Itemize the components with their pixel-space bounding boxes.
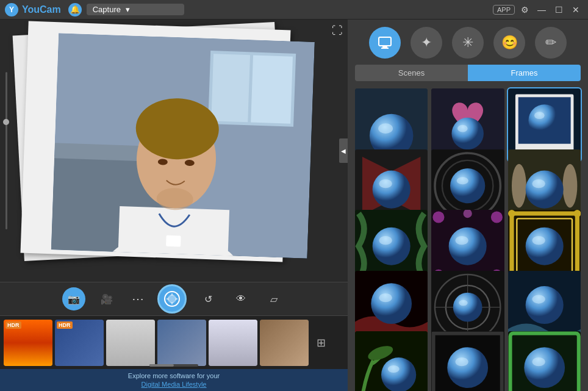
close-button[interactable]: ✕ (568, 2, 583, 17)
thumbnail-4[interactable] (157, 320, 206, 366)
svg-point-28 (528, 104, 561, 137)
svg-point-47 (433, 212, 445, 223)
app-name: YouCam (22, 4, 61, 15)
thumbnail-2[interactable]: HDR (55, 320, 104, 366)
thumbnail-6[interactable] (260, 320, 309, 366)
fullscreen-button[interactable]: ⛶ (332, 24, 343, 37)
svg-point-39 (512, 163, 526, 207)
thumbnail-3[interactable] (106, 320, 155, 366)
photo-mode-button[interactable]: 📷 (62, 287, 85, 310)
bottom-toolbar: 📷 🎥 ⋯ ↺ 👁 ▱ (0, 282, 348, 315)
svg-point-65 (371, 283, 412, 324)
svg-point-32 (379, 179, 392, 188)
svg-point-23 (452, 118, 484, 150)
svg-point-15 (168, 295, 176, 303)
panel-collapse-arrow[interactable]: ◀ (339, 138, 348, 163)
svg-point-48 (491, 212, 503, 223)
magic-button[interactable]: ✳ (452, 27, 484, 59)
svg-point-89 (532, 357, 545, 366)
frame-preview-14 (431, 331, 504, 391)
eye-button[interactable]: 👁 (229, 287, 253, 310)
frame-preview-15 (508, 331, 581, 391)
scenes-tab[interactable]: Scenes (355, 65, 468, 81)
svg-point-45 (379, 236, 392, 245)
svg-point-53 (449, 228, 487, 265)
logo-icon: Y (5, 3, 18, 16)
minimize-button[interactable]: — (534, 2, 549, 17)
svg-point-36 (450, 168, 485, 203)
dropdown-arrow: ▾ (126, 5, 130, 14)
frames-tab[interactable]: Frames (468, 65, 581, 81)
right-panel: ✦ ✳ 😊 ✏ Scenes Frames (348, 20, 588, 391)
thumbnail-1[interactable]: HDR (4, 320, 52, 366)
svg-rect-7 (117, 206, 229, 259)
right-top-icons: ✦ ✳ 😊 ✏ (348, 20, 588, 65)
svg-rect-13 (166, 235, 181, 247)
frame-item-14[interactable] (431, 331, 504, 391)
promo-line2: Digital Media Lifestyle (142, 380, 207, 389)
svg-point-85 (456, 357, 468, 366)
svg-point-88 (524, 348, 565, 389)
app-button[interactable]: APP (493, 5, 515, 15)
svg-point-31 (373, 170, 411, 208)
dropdown-label: Capture (93, 5, 121, 14)
svg-point-44 (373, 228, 411, 265)
scenes-frames-tabs: Scenes Frames (355, 65, 581, 81)
promo-bar[interactable]: Explore more software for your Digital M… (0, 369, 348, 391)
camera-view: ⛶ ◀ (0, 20, 348, 282)
video-mode-button[interactable]: 🎥 (95, 287, 118, 310)
svg-point-76 (525, 286, 563, 324)
svg-point-29 (534, 112, 545, 119)
face-button[interactable]: 😊 (493, 27, 525, 59)
camera-scene-svg (51, 33, 315, 258)
effects-button[interactable]: ✦ (411, 27, 442, 59)
settings-button[interactable]: ⚙ (517, 2, 532, 17)
bell-icon[interactable]: 🔔 (68, 3, 82, 16)
shutter-button[interactable] (157, 284, 187, 314)
left-panel: ⛶ ◀ 📷 🎥 ⋯ ↺ 👁 ▱ (0, 20, 348, 391)
svg-point-40 (562, 163, 577, 207)
monitor-icon (378, 35, 392, 50)
svg-point-84 (448, 348, 489, 389)
monitor-button[interactable] (369, 27, 401, 59)
brightness-slider[interactable] (4, 72, 9, 229)
frame-item-15[interactable] (508, 331, 581, 391)
promo-line1: Explore more software for your (128, 371, 220, 380)
svg-point-73 (453, 293, 482, 322)
svg-rect-18 (381, 48, 389, 49)
svg-point-59 (573, 210, 581, 217)
svg-point-66 (379, 293, 392, 302)
svg-point-37 (457, 177, 468, 184)
undo-button[interactable]: ↺ (196, 287, 220, 310)
hdr-badge: HDR (5, 321, 21, 329)
svg-point-63 (532, 236, 545, 245)
frame-preview-13 (355, 331, 428, 391)
thumbnails-strip: HDR HDR ⊞ (0, 315, 348, 369)
svg-rect-3 (251, 55, 293, 123)
svg-point-24 (457, 125, 468, 132)
window-controls: APP ⚙ — ☐ ✕ (493, 2, 583, 17)
svg-point-62 (525, 228, 563, 265)
svg-point-58 (508, 210, 515, 217)
frame-item-13[interactable] (355, 331, 428, 391)
thumbnail-5[interactable] (209, 320, 257, 366)
title-bar: Y YouCam 🔔 Capture ▾ APP ⚙ — ☐ ✕ (0, 0, 588, 20)
svg-point-77 (532, 295, 545, 303)
hdr-badge: HDR (57, 321, 73, 329)
maximize-button[interactable]: ☐ (551, 2, 566, 17)
svg-point-41 (525, 170, 563, 208)
svg-rect-2 (211, 54, 250, 122)
pen-button[interactable]: ✏ (535, 27, 567, 59)
shutter-icon (163, 290, 181, 307)
camera-feed-inner (51, 33, 315, 258)
capture-dropdown[interactable]: Capture ▾ (87, 4, 184, 15)
polaroid-main (21, 21, 291, 262)
svg-point-81 (388, 365, 400, 373)
svg-point-42 (532, 179, 545, 188)
svg-point-21 (378, 123, 393, 134)
svg-rect-16 (379, 37, 391, 46)
svg-rect-17 (382, 46, 387, 48)
more-options-button[interactable]: ⋯ (128, 288, 148, 310)
eraser-button[interactable]: ▱ (262, 287, 285, 310)
grid-view-button[interactable]: ⊞ (311, 333, 331, 353)
